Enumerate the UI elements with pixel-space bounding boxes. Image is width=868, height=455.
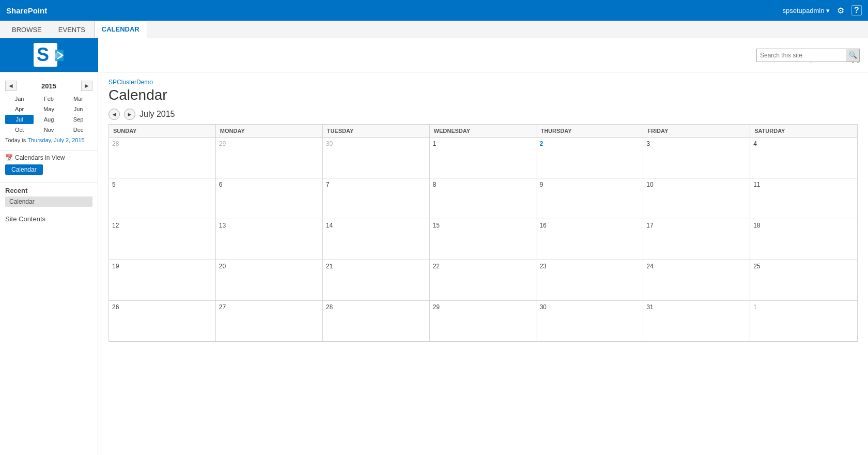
day-number: 30 [539, 304, 546, 311]
page-header: SPClusterDemo Calendar [98, 72, 868, 109]
mini-month-oct[interactable]: Oct [5, 125, 34, 134]
calendar-cell[interactable]: 15 [430, 219, 537, 260]
day-number: 8 [433, 181, 437, 188]
mini-month-feb[interactable]: Feb [35, 94, 63, 103]
gear-icon[interactable]: ⚙ [837, 6, 844, 16]
mini-month-aug[interactable]: Aug [35, 115, 63, 124]
calendar-week-5: 2627282930311 [109, 301, 857, 342]
cal-next-button[interactable]: ► [124, 109, 135, 120]
calendar-cell[interactable]: 1 [430, 138, 537, 178]
calendar-cell[interactable]: 16 [536, 219, 643, 260]
mini-month-apr[interactable]: Apr [5, 104, 34, 114]
header-row: S ↻ SHARE ☆ FOLLOW ⛶ 🔍 [0, 38, 868, 72]
breadcrumb[interactable]: SPClusterDemo [109, 79, 858, 86]
calendar-cell[interactable]: 10 [643, 178, 750, 219]
calendar-cell[interactable]: 27 [216, 301, 323, 341]
recent-section: Recent Calendar [0, 182, 98, 207]
top-bar: SharePoint spsetupadmin ▾ ⚙ ? [0, 0, 868, 21]
day-number: 12 [112, 222, 119, 229]
cal-in-view-title: 📅 Calendars in View [5, 154, 92, 161]
calendar-cell[interactable]: 22 [430, 260, 537, 300]
calendar-cell[interactable]: 11 [750, 178, 857, 219]
day-number: 23 [539, 263, 546, 270]
top-bar-right: spsetupadmin ▾ ⚙ ? [782, 5, 862, 16]
day-number: 18 [753, 222, 760, 229]
calendar-cell[interactable]: 23 [536, 260, 643, 300]
day-number: 5 [112, 181, 116, 188]
page-title: Calendar [109, 87, 858, 103]
day-number: 22 [433, 263, 440, 270]
calendar-cell[interactable]: 6 [216, 178, 323, 219]
day-number: 29 [433, 304, 440, 311]
search-button[interactable]: 🔍 [846, 49, 860, 62]
calendar-table-icon: 📅 [5, 154, 13, 161]
site-contents-link[interactable]: Site Contents [0, 211, 98, 227]
calendar-cell[interactable]: 29 [430, 301, 537, 341]
tab-calendar[interactable]: CALENDAR [94, 21, 147, 38]
user-menu[interactable]: spsetupadmin ▾ [782, 7, 830, 14]
calendar-badge[interactable]: Calendar [5, 164, 43, 175]
day-number: 15 [433, 222, 440, 229]
cal-month-title: July 2015 [140, 110, 175, 119]
calendar-cell[interactable]: 30 [536, 301, 643, 341]
calendar-cell[interactable]: 8 [430, 178, 537, 219]
calendar-cell[interactable]: 20 [216, 260, 323, 300]
calendar-cell[interactable]: 21 [323, 260, 430, 300]
search-input[interactable] [756, 49, 860, 62]
question-icon[interactable]: ? [851, 5, 862, 16]
calendar-cell[interactable]: 29 [216, 138, 323, 178]
calendar-cell[interactable]: 28 [323, 301, 430, 341]
day-header-thursday: THURSDAY [536, 125, 643, 137]
calendar-cell[interactable]: 9 [536, 178, 643, 219]
day-number: 21 [326, 263, 333, 270]
mini-months: JanFebMarAprMayJunJulAugSepOctNovDec [5, 94, 92, 134]
day-number: 27 [219, 304, 226, 311]
day-number: 1 [753, 304, 757, 311]
calendar-cell[interactable]: 7 [323, 178, 430, 219]
calendar-cell[interactable]: 28 [109, 138, 216, 178]
calendar-cell[interactable]: 24 [643, 260, 750, 300]
calendar-cell[interactable]: 2 [536, 138, 643, 178]
cal-prev-button[interactable]: ◄ [109, 109, 120, 120]
tab-browse[interactable]: BROWSE [4, 21, 50, 38]
calendar-cell[interactable]: 30 [323, 138, 430, 178]
sidebar: ◄ 2015 ► JanFebMarAprMayJunJulAugSepOctN… [0, 72, 98, 455]
calendar-cell[interactable]: 1 [750, 301, 857, 341]
calendar-week-4: 19202122232425 [109, 260, 857, 301]
day-header-sunday: SUNDAY [109, 125, 216, 137]
calendar-cell[interactable]: 12 [109, 219, 216, 260]
search-container: 🔍 [756, 49, 860, 62]
today-link[interactable]: Thursday, July 2, 2015 [27, 137, 84, 143]
calendar-cell[interactable]: 19 [109, 260, 216, 300]
mini-month-mar[interactable]: Mar [64, 94, 92, 103]
tab-events[interactable]: EVENTS [51, 21, 93, 38]
calendar-cell[interactable]: 18 [750, 219, 857, 260]
day-header-wednesday: WEDNESDAY [430, 125, 537, 137]
calendar-week-2: 567891011 [109, 178, 857, 219]
day-number: 14 [326, 222, 333, 229]
calendar-cell[interactable]: 26 [109, 301, 216, 341]
calendar-cell[interactable]: 13 [216, 219, 323, 260]
calendar-cell[interactable]: 5 [109, 178, 216, 219]
mini-month-dec[interactable]: Dec [64, 125, 92, 134]
svg-text:S: S [37, 44, 49, 65]
mini-month-jun[interactable]: Jun [64, 104, 92, 114]
mini-cal-prev[interactable]: ◄ [5, 81, 17, 91]
sidebar-item-calendar[interactable]: Calendar [5, 196, 92, 207]
calendar-cell[interactable]: 17 [643, 219, 750, 260]
sharepoint-logo: S [34, 41, 65, 69]
mini-month-jan[interactable]: Jan [5, 94, 34, 103]
day-number: 31 [646, 304, 653, 311]
calendar-cell[interactable]: 4 [750, 138, 857, 178]
calendar-cell[interactable]: 25 [750, 260, 857, 300]
day-number: 25 [753, 263, 760, 270]
mini-month-may[interactable]: May [35, 104, 63, 114]
mini-month-nov[interactable]: Nov [35, 125, 63, 134]
day-number: 4 [753, 140, 757, 147]
calendar-cell[interactable]: 14 [323, 219, 430, 260]
mini-cal-next[interactable]: ► [81, 81, 92, 91]
mini-month-sep[interactable]: Sep [64, 115, 92, 124]
calendar-cell[interactable]: 31 [643, 301, 750, 341]
mini-month-jul[interactable]: Jul [5, 115, 34, 124]
calendar-cell[interactable]: 3 [643, 138, 750, 178]
